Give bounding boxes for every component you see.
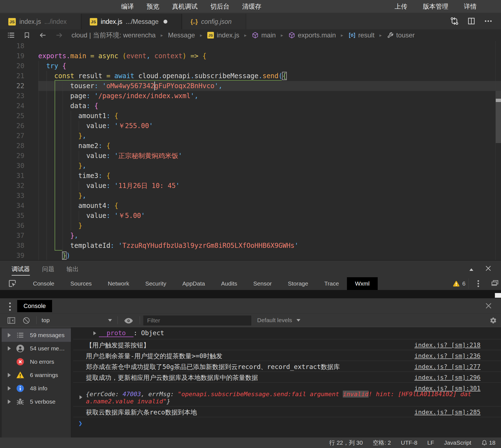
source-link[interactable]: index.js? [sm]:296 [415,374,480,381]
console-filter-6-warnings[interactable]: 6 warnings [2,368,71,382]
menu-item-right-1[interactable]: 上传 [395,2,407,11]
more-actions-icon[interactable] [484,17,493,26]
menu-item-right-2[interactable]: 版本管理 [423,2,448,11]
console-filter-54-user-messages[interactable]: 54 user messages [2,342,71,355]
console-tab[interactable]: Console [17,300,52,312]
code-editor[interactable]: 1819202122232425262728293031323334353637… [0,41,501,260]
expand-caret-icon[interactable] [8,373,11,377]
devtools-tab-storage[interactable]: Storage [280,277,316,290]
breadcrumb-item-Message[interactable]: Message [168,31,195,39]
console-settings-icon[interactable] [489,317,497,324]
statusbar-cursor-position[interactable]: 行 22，列 30 [329,439,363,447]
breadcrumb-item-main[interactable]: main [252,31,276,39]
devtools-tab-trace[interactable]: Trace [316,277,347,290]
console-filter-48-info[interactable]: 48 info [2,382,71,395]
warning-count-badge[interactable]: 6 [453,280,466,287]
menu-item-1[interactable]: 编译 [121,2,134,11]
menu-item-2[interactable]: 预览 [147,2,159,11]
devtools-menu-icon[interactable] [474,279,482,288]
line-number-21: 21 [0,71,30,81]
source-link[interactable]: index.js? [sm]:218 [415,342,480,348]
breadcrumb-root[interactable]: cloud | 当前环境: wenrencha [71,31,156,40]
statusbar-language-mode[interactable]: JavaScript [444,439,471,446]
clear-console-icon[interactable] [22,316,30,325]
editor-tab-index.js.../Message[interactable]: JSindex.js.../Message [81,14,182,29]
breadcrumb-item-index.js[interactable]: JSindex.js [207,31,239,39]
code-line-31: time3: { [38,171,298,181]
expand-caret-icon[interactable] [8,333,11,337]
breadcrumb-separator-icon: ▸ [161,32,163,38]
devtools-tab-console[interactable]: Console [25,277,62,290]
context-selector[interactable]: top [42,317,50,324]
source-link[interactable]: index.js? [sm]:236 [415,352,480,359]
editor-scrollbar-thumb[interactable] [496,102,501,143]
debugger-tab-3[interactable]: 输出 [67,261,79,278]
console-filter-5-verbose[interactable]: 5 verbose [2,395,71,408]
arrow-left-icon[interactable] [38,31,47,39]
log-levels-selector[interactable]: Default levels [257,317,292,324]
collapse-panel-icon[interactable] [469,268,473,271]
line-number-34: 34 [0,201,30,211]
code-line-39: }) [38,251,298,260]
breadcrumb-item-exports.main[interactable]: exports.main [288,31,336,39]
toggle-sidebar-icon[interactable] [7,316,16,325]
dock-side-icon[interactable] [491,280,499,287]
outline-icon[interactable] [7,31,16,39]
close-debugger-icon[interactable] [485,265,492,272]
menu-item-3[interactable]: 真机调试 [172,2,198,11]
expand-caret-icon[interactable] [93,331,96,335]
line-number-18: 18 [0,41,30,51]
editor-tabbar: JSindex.js.../indexJSindex.js.../Message… [0,13,501,29]
split-editor-icon[interactable] [467,17,476,25]
arrow-right-icon[interactable] [55,31,64,39]
console-filter-no-errors[interactable]: No errors [2,355,71,368]
statusbar-encoding[interactable]: UTF-8 [401,439,418,446]
editor-tab-config.json[interactable]: {..}config.json [182,14,246,29]
editor-tab-index.js.../index[interactable]: JSindex.js.../index [0,14,81,29]
devtools-tab-wxml[interactable]: Wxml [347,277,377,290]
console-prompt[interactable]: ❯ [73,417,501,437]
levels-dropdown-icon[interactable] [296,319,300,322]
bookmark-icon[interactable] [23,31,30,39]
devtools-tab-sources[interactable]: Sources [62,277,100,290]
code-line-27: }, [38,131,298,141]
breadcrumb-item-touser[interactable]: touser [387,31,415,39]
tab-path: .../Message [126,18,159,26]
menu-item-5[interactable]: 清缓存 [242,2,261,11]
console-menu-icon[interactable] [9,302,11,311]
devtools-tab-sensor[interactable]: Sensor [245,277,280,290]
devtools-tab-security[interactable]: Security [137,277,174,290]
expand-caret-icon[interactable] [8,386,11,391]
filter-label: 54 user messages [30,345,67,352]
expand-caret-icon[interactable] [80,395,82,399]
devtools-tab-audits[interactable]: Audits [213,277,245,290]
statusbar-eol[interactable]: LF [427,439,434,446]
breadcrumb-item-result[interactable]: result [348,31,375,39]
expand-caret-icon[interactable] [8,399,11,404]
devtools-tab-appdata[interactable]: AppData [174,277,213,290]
code-line-28: name2: { [38,141,298,151]
list-icon [16,331,24,339]
close-console-icon[interactable] [485,302,492,309]
javascript-file-icon: JS [8,18,16,26]
source-link[interactable]: index.js? [sm]:277 [415,363,480,370]
filter-input[interactable]: Filter [143,315,251,325]
debugger-tab-1[interactable]: 调试器 [12,261,30,278]
compare-changes-icon[interactable] [450,17,459,26]
live-expression-icon[interactable] [124,317,133,324]
javascript-file-icon: JS [207,32,214,39]
line-number-33: 33 [0,191,30,201]
code-line-35: value: '￥5.00' [38,211,298,221]
source-link[interactable]: index.js? [sm]:285 [415,409,480,416]
console-filter-59-messages[interactable]: 59 messages [2,329,71,342]
statusbar-notifications[interactable]: 18 [481,439,495,446]
inspect-element-icon[interactable] [0,279,25,288]
context-dropdown-icon[interactable] [108,319,112,322]
debugger-tab-2[interactable]: 问题 [42,261,54,278]
menu-item-4[interactable]: 切后台 [210,2,229,11]
menu-item-right-3[interactable]: 详情 [464,2,477,11]
statusbar-indentation[interactable]: 空格: 2 [373,439,391,447]
panel-scrollbar-nub[interactable] [495,293,501,298]
expand-caret-icon[interactable] [8,346,11,351]
devtools-tab-network[interactable]: Network [100,277,137,290]
